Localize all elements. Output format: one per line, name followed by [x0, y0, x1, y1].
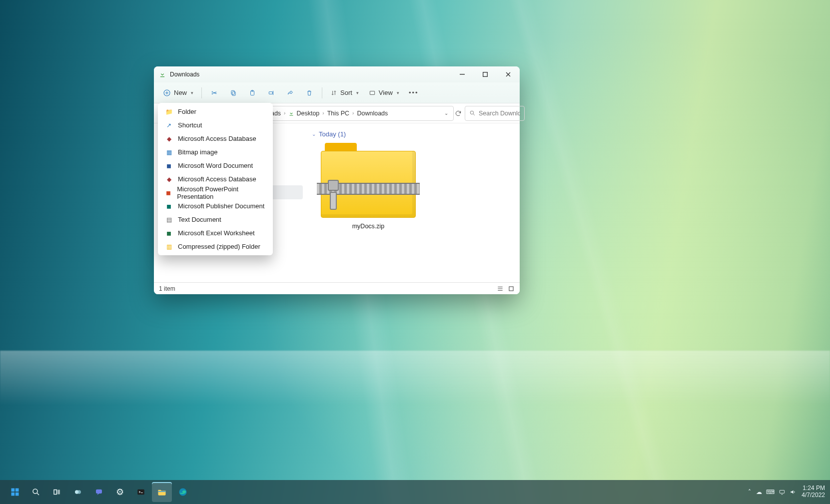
zip-icon: ▥ — [165, 243, 173, 251]
content-pane[interactable]: ⌄ Today (1) myDocs.zip — [304, 123, 520, 282]
copy-icon — [230, 89, 237, 96]
breadcrumb-sep: › — [284, 110, 285, 116]
svg-rect-16 — [54, 490, 56, 495]
new-menu-folder[interactable]: 📁Folder — [158, 105, 273, 118]
toolbar-separator — [322, 87, 322, 98]
chevron-down-icon: ▾ — [397, 90, 399, 95]
network-icon[interactable] — [779, 489, 786, 496]
sort-icon — [330, 89, 337, 96]
taskbar-search[interactable] — [26, 482, 46, 502]
new-menu-zip[interactable]: ▥Compressed (zipped) Folder — [158, 240, 273, 253]
svg-rect-24 — [780, 491, 785, 494]
new-button[interactable]: New ▾ — [159, 85, 197, 100]
sort-button[interactable]: Sort ▾ — [326, 85, 363, 100]
desktop[interactable]: Downloads New ▾ ✂ — [0, 0, 830, 504]
volume-icon[interactable] — [790, 489, 797, 496]
onedrive-icon[interactable]: ☁ — [756, 489, 762, 496]
folder-icon: 📁 — [165, 108, 173, 116]
new-menu-excel[interactable]: ◼Microsoft Excel Worksheet — [158, 226, 273, 240]
status-text: 1 item — [159, 285, 175, 292]
chevron-down-icon: ⌄ — [312, 131, 316, 137]
publisher-icon: ◼ — [165, 202, 173, 210]
taskbar-taskview[interactable] — [47, 482, 67, 502]
share-icon — [287, 89, 294, 96]
view-icon — [369, 89, 376, 96]
search-input[interactable] — [479, 110, 520, 117]
svg-point-15 — [33, 489, 37, 494]
zip-folder-icon — [321, 143, 416, 218]
window-title: Downloads — [170, 71, 199, 78]
file-item-mydocs[interactable]: myDocs.zip — [321, 143, 416, 230]
breadcrumb-downloads[interactable]: Downloads — [357, 110, 388, 117]
svg-rect-10 — [509, 286, 513, 290]
svg-point-19 — [77, 490, 81, 494]
toolbar-separator — [201, 87, 202, 98]
keyboard-icon[interactable]: ⌨ — [766, 489, 775, 496]
new-menu-powerpoint[interactable]: ◼Microsoft PowerPoint Presentation — [158, 186, 273, 199]
more-button[interactable]: ••• — [405, 85, 422, 100]
taskbar-settings[interactable]: ⚙ — [110, 482, 130, 502]
file-explorer-window: Downloads New ▾ ✂ — [154, 66, 520, 294]
taskbar-chat[interactable] — [89, 482, 109, 502]
svg-rect-11 — [11, 489, 15, 492]
shortcut-icon: ↗ — [165, 121, 173, 129]
cut-button[interactable]: ✂ — [206, 85, 223, 100]
new-menu-publisher[interactable]: ◼Microsoft Publisher Document — [158, 199, 273, 213]
svg-rect-8 — [370, 91, 374, 94]
breadcrumb-sep: › — [352, 110, 354, 116]
svg-rect-1 — [483, 72, 488, 77]
group-header-today[interactable]: ⌄ Today (1) — [312, 130, 513, 138]
svg-rect-4 — [231, 90, 234, 94]
new-menu-bitmap[interactable]: ▦Bitmap image — [158, 145, 273, 159]
breadcrumb-desktop[interactable]: Desktop — [288, 110, 319, 117]
taskbar-explorer[interactable] — [152, 482, 172, 502]
view-button[interactable]: View ▾ — [365, 85, 403, 100]
paste-button[interactable] — [244, 85, 261, 100]
titlebar[interactable]: Downloads — [154, 66, 520, 82]
file-label: myDocs.zip — [352, 223, 385, 230]
new-menu-word[interactable]: ◼Microsoft Word Document — [158, 159, 273, 172]
new-menu-access-2[interactable]: ◆Microsoft Access Database — [158, 172, 273, 186]
svg-rect-21 — [137, 490, 144, 495]
copy-button[interactable] — [225, 85, 242, 100]
maximize-button[interactable] — [474, 66, 497, 82]
new-menu-text[interactable]: ▤Text Document — [158, 213, 273, 226]
gear-icon: ⚙ — [116, 487, 124, 498]
download-icon — [159, 71, 166, 78]
new-menu-access[interactable]: ◆Microsoft Access Database — [158, 132, 273, 145]
access-icon: ◆ — [165, 175, 173, 183]
refresh-button[interactable] — [455, 106, 462, 120]
search-box[interactable] — [465, 106, 525, 121]
sort-label: Sort — [340, 89, 352, 96]
tray-chevron[interactable]: ˄ — [748, 489, 751, 496]
word-icon: ◼ — [165, 162, 173, 170]
large-icons-view-button[interactable] — [508, 285, 515, 292]
breadcrumb-this-pc[interactable]: This PC — [327, 110, 349, 117]
chevron-down-icon: ▾ — [356, 90, 359, 95]
excel-icon: ◼ — [165, 229, 173, 237]
taskbar-terminal[interactable] — [131, 482, 151, 502]
share-button[interactable] — [282, 85, 299, 100]
plus-circle-icon — [163, 89, 171, 97]
address-chevron[interactable]: ⌄ — [442, 110, 450, 116]
view-label: View — [379, 89, 393, 96]
details-view-button[interactable] — [497, 285, 504, 292]
minimize-button[interactable] — [451, 66, 474, 82]
powerpoint-icon: ◼ — [165, 189, 172, 197]
address-bar[interactable]: oads › Desktop › This PC › Downloads ⌄ — [264, 106, 454, 121]
start-button[interactable] — [5, 482, 25, 502]
taskbar-clock[interactable]: 1:24 PM 4/7/2022 — [802, 485, 825, 499]
toolbar: New ▾ ✂ Sort ▾ View ▾ ••• — [154, 82, 520, 103]
new-menu-shortcut[interactable]: ↗Shortcut — [158, 118, 273, 132]
search-icon — [469, 110, 476, 116]
chevron-down-icon: ▾ — [191, 90, 193, 95]
cut-icon: ✂ — [211, 89, 217, 97]
svg-point-9 — [470, 111, 474, 114]
rename-button[interactable] — [263, 85, 280, 100]
taskbar-edge[interactable] — [173, 482, 193, 502]
svg-rect-14 — [15, 493, 19, 496]
rename-icon — [268, 89, 275, 96]
close-button[interactable] — [497, 66, 520, 82]
delete-button[interactable] — [301, 85, 318, 100]
taskbar-widgets[interactable] — [68, 482, 88, 502]
